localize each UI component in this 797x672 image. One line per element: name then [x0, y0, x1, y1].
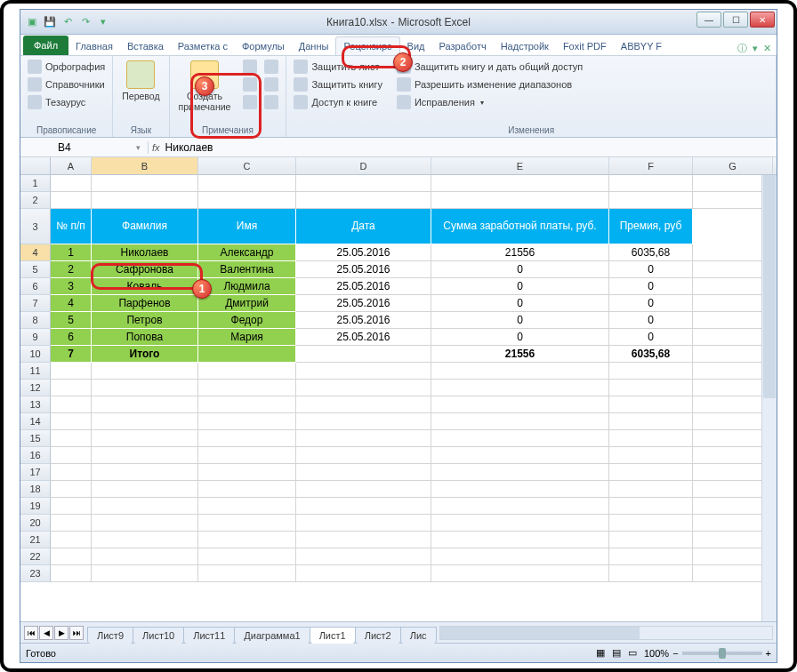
- cell[interactable]: 3: [51, 278, 92, 295]
- cell[interactable]: [296, 515, 431, 532]
- cell[interactable]: 21556: [431, 346, 609, 363]
- protect-share-button[interactable]: Защитить книгу и дать общий доступ: [395, 59, 584, 75]
- cell[interactable]: [51, 396, 92, 413]
- cell[interactable]: [92, 565, 198, 582]
- cell[interactable]: [51, 498, 92, 515]
- cell[interactable]: [51, 565, 92, 582]
- row-header[interactable]: 11: [20, 363, 51, 380]
- cell[interactable]: [431, 447, 609, 464]
- tab-data[interactable]: Данны: [292, 37, 336, 55]
- cell[interactable]: [296, 380, 431, 396]
- help-icon[interactable]: ⓘ: [737, 42, 747, 55]
- row-header[interactable]: 14: [20, 413, 51, 430]
- cell[interactable]: Коваль: [92, 278, 198, 295]
- cell[interactable]: Федор: [198, 312, 296, 329]
- cell[interactable]: [198, 430, 296, 447]
- redo-icon[interactable]: ↷: [77, 14, 93, 30]
- thesaurus-button[interactable]: Тезаурус: [26, 94, 107, 110]
- tab-home[interactable]: Главная: [68, 37, 120, 55]
- cell[interactable]: Премия, руб: [609, 209, 693, 244]
- cell[interactable]: [92, 175, 198, 192]
- cell[interactable]: [92, 481, 198, 498]
- cell[interactable]: Итого: [92, 346, 198, 363]
- sheet-nav-first[interactable]: ⏮: [24, 626, 38, 640]
- col-header-f[interactable]: F: [609, 157, 693, 174]
- cell[interactable]: [609, 481, 693, 498]
- cell[interactable]: [609, 498, 693, 515]
- comment-nav-1[interactable]: [241, 59, 259, 75]
- cell[interactable]: [609, 430, 693, 447]
- cell[interactable]: [296, 481, 431, 498]
- tab-file[interactable]: Файл: [23, 36, 68, 55]
- cell[interactable]: 25.05.2016: [296, 329, 431, 346]
- cell[interactable]: 0: [431, 261, 609, 278]
- allow-ranges-button[interactable]: Разрешить изменение диапазонов: [395, 76, 584, 92]
- cell[interactable]: [431, 413, 609, 430]
- cell[interactable]: Фамилия: [92, 209, 198, 244]
- minimize-ribbon-icon[interactable]: ▾: [753, 43, 758, 54]
- cell[interactable]: [431, 380, 609, 396]
- sheet-tab[interactable]: Лист9: [87, 627, 133, 644]
- comment-nav-2[interactable]: [241, 76, 259, 92]
- save-icon[interactable]: 💾: [42, 14, 58, 30]
- cell[interactable]: [609, 413, 693, 430]
- cell[interactable]: [296, 413, 431, 430]
- cell[interactable]: 6: [51, 329, 92, 346]
- col-header-a[interactable]: A: [51, 157, 92, 174]
- cell[interactable]: [198, 346, 296, 363]
- cell[interactable]: [198, 515, 296, 532]
- undo-icon[interactable]: ↶: [60, 14, 76, 30]
- row-header[interactable]: 18: [20, 481, 51, 498]
- cell[interactable]: 0: [431, 312, 609, 329]
- cell[interactable]: 0: [609, 261, 693, 278]
- row-header[interactable]: 10: [20, 346, 51, 363]
- protect-book-button[interactable]: Защитить книгу: [292, 76, 384, 92]
- cell[interactable]: 0: [609, 312, 693, 329]
- col-header-e[interactable]: E: [431, 157, 609, 174]
- cell[interactable]: [431, 464, 609, 481]
- row-header[interactable]: 21: [20, 532, 51, 548]
- cell[interactable]: [609, 175, 693, 192]
- zoom-control[interactable]: 100% −+: [644, 648, 771, 659]
- row-header[interactable]: 7: [20, 295, 51, 312]
- row-header[interactable]: 22: [20, 548, 51, 565]
- cell[interactable]: [51, 380, 92, 396]
- share-book-button[interactable]: Доступ к книге: [292, 94, 384, 110]
- tab-foxit[interactable]: Foxit PDF: [556, 37, 614, 55]
- cell[interactable]: Валентина: [198, 261, 296, 278]
- tab-developer[interactable]: Разработч: [431, 37, 493, 55]
- cell[interactable]: [51, 532, 92, 548]
- cell[interactable]: [431, 481, 609, 498]
- cell[interactable]: [296, 532, 431, 548]
- cell[interactable]: № п/п: [51, 209, 92, 244]
- col-header-b[interactable]: B: [92, 157, 198, 174]
- cell[interactable]: [51, 175, 92, 192]
- cell[interactable]: [92, 464, 198, 481]
- cell[interactable]: 21556: [431, 244, 609, 261]
- cell[interactable]: Мария: [198, 329, 296, 346]
- cell[interactable]: [296, 498, 431, 515]
- row-header[interactable]: 20: [20, 515, 51, 532]
- comment-opt-2[interactable]: [262, 76, 280, 92]
- view-layout-icon[interactable]: ▤: [612, 647, 621, 659]
- cell[interactable]: [609, 532, 693, 548]
- cell[interactable]: [431, 498, 609, 515]
- cell[interactable]: [198, 548, 296, 565]
- cell[interactable]: [51, 413, 92, 430]
- sheet-tab[interactable]: Лист2: [355, 627, 401, 644]
- cell[interactable]: [296, 346, 431, 363]
- sheet-nav-last[interactable]: ⏭: [69, 626, 84, 640]
- cell[interactable]: [198, 532, 296, 548]
- cell[interactable]: 0: [609, 295, 693, 312]
- qat-more-icon[interactable]: ▾: [95, 14, 111, 30]
- cell[interactable]: [296, 464, 431, 481]
- cell[interactable]: Петров: [92, 312, 198, 329]
- cell[interactable]: [51, 515, 92, 532]
- tab-abbyy[interactable]: ABBYY F: [614, 37, 669, 55]
- row-header[interactable]: 15: [20, 430, 51, 447]
- row-header[interactable]: 1: [20, 175, 51, 192]
- sheet-tab[interactable]: Лист1: [310, 627, 356, 644]
- row-header[interactable]: 23: [20, 565, 51, 582]
- cell[interactable]: [198, 380, 296, 396]
- cell[interactable]: [92, 548, 198, 565]
